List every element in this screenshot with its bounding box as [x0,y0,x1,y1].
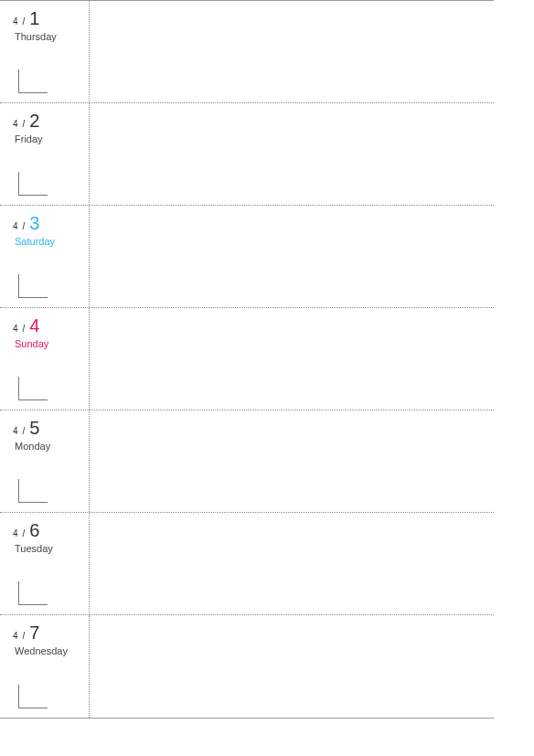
month-number: 4 [13,221,18,231]
weekday-label: Saturday [15,236,83,247]
mini-box-icon [18,479,48,503]
day-number: 2 [29,111,39,132]
weekday-label: Sunday [15,338,83,349]
month-number: 4 [13,528,18,538]
mini-box-icon [18,685,48,708]
month-number: 4 [13,631,18,641]
content-cell [90,1,494,102]
day-row: 4 / 3 Saturday [0,206,494,308]
date-line: 4 / 5 [13,418,83,439]
date-line: 4 / 1 [13,8,83,29]
weekday-label: Tuesday [15,543,83,554]
date-slash: / [23,119,26,129]
day-row: 4 / 7 Wednesday [0,615,494,718]
content-cell [90,308,494,410]
weekly-planner: 4 / 1 Thursday 4 / 2 Friday 4 / 3 [0,0,494,719]
weekday-label: Wednesday [15,645,83,656]
date-cell: 4 / 7 Wednesday [0,615,90,718]
date-line: 4 / 3 [13,213,83,234]
date-cell: 4 / 5 Monday [0,410,90,512]
day-number: 4 [29,315,39,336]
month-number: 4 [13,16,18,27]
content-cell [90,615,494,718]
day-number: 7 [29,623,39,644]
content-cell [90,513,494,614]
content-cell [90,410,494,512]
date-line: 4 / 2 [13,111,83,132]
month-number: 4 [13,119,18,129]
weekday-label: Friday [15,133,83,144]
date-cell: 4 / 4 Sunday [0,308,90,410]
mini-box-icon [18,581,48,605]
content-cell [90,206,494,307]
content-cell [90,103,494,205]
mini-box-icon [18,274,48,298]
date-line: 4 / 7 [13,623,83,644]
date-slash: / [23,426,26,436]
date-cell: 4 / 6 Tuesday [0,513,90,614]
mini-box-icon [18,69,48,93]
month-number: 4 [13,324,18,334]
date-slash: / [23,528,26,538]
date-cell: 4 / 3 Saturday [0,206,90,307]
weekday-label: Thursday [15,31,83,42]
date-line: 4 / 6 [13,520,83,541]
mini-box-icon [18,172,48,196]
day-row: 4 / 2 Friday [0,103,494,206]
day-row: 4 / 5 Monday [0,410,494,513]
weekday-label: Monday [15,441,83,452]
day-number: 3 [29,213,39,234]
day-row: 4 / 1 Thursday [0,1,494,103]
date-slash: / [23,631,26,641]
day-number: 1 [29,8,39,29]
date-line: 4 / 4 [13,315,83,336]
date-slash: / [23,16,26,27]
date-cell: 4 / 2 Friday [0,103,90,205]
date-cell: 4 / 1 Thursday [0,1,90,102]
day-number: 6 [29,520,39,541]
day-row: 4 / 6 Tuesday [0,513,494,615]
day-row: 4 / 4 Sunday [0,308,494,410]
mini-box-icon [18,377,48,400]
date-slash: / [23,324,26,334]
month-number: 4 [13,426,18,436]
date-slash: / [23,221,26,231]
day-number: 5 [29,418,39,439]
